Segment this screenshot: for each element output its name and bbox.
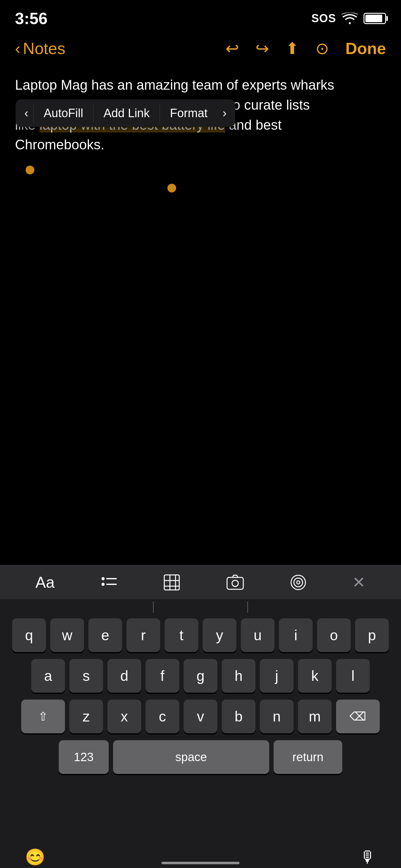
- status-time: 3:56: [15, 9, 47, 28]
- key-w[interactable]: w: [50, 618, 84, 652]
- redo-button[interactable]: ↪: [256, 39, 269, 58]
- context-add-link[interactable]: Add Link: [93, 104, 160, 122]
- keyboard-row-2: a s d f g h j k l: [0, 655, 401, 696]
- key-i[interactable]: i: [279, 618, 312, 652]
- numbers-button[interactable]: 123: [59, 740, 109, 774]
- camera-button[interactable]: [226, 574, 244, 591]
- svg-rect-9: [227, 578, 243, 589]
- svg-point-13: [297, 581, 300, 584]
- key-g[interactable]: g: [183, 659, 218, 693]
- keyboard-row-3: ⇧ z x c v b n m ⌫: [0, 696, 401, 737]
- key-u[interactable]: u: [241, 618, 274, 652]
- svg-point-11: [291, 575, 305, 590]
- nav-actions: ↩ ↪ ⬆ ⊙ Done: [226, 39, 386, 58]
- emoji-button[interactable]: 😊: [25, 848, 45, 867]
- key-b[interactable]: b: [222, 700, 256, 733]
- key-r[interactable]: r: [127, 618, 160, 652]
- selection-handle-right[interactable]: [167, 184, 176, 192]
- home-indicator: [162, 862, 239, 864]
- note-text-line1: Laptop Mag has an amazing team of expert…: [15, 77, 334, 92]
- keyboard: q w e r t y u i o p a s d f g h j k l ⇧ …: [0, 599, 401, 849]
- key-f[interactable]: f: [145, 659, 179, 693]
- key-a[interactable]: a: [31, 659, 65, 693]
- key-s[interactable]: s: [69, 659, 103, 693]
- svg-point-12: [294, 578, 303, 587]
- share-button[interactable]: ⬆: [286, 39, 299, 58]
- return-button[interactable]: return: [274, 740, 342, 774]
- context-next-arrow[interactable]: ›: [218, 106, 232, 120]
- note-area[interactable]: Laptop Mag has an amazing team of expert…: [0, 66, 401, 155]
- back-notes-label: Notes: [23, 39, 65, 58]
- key-y[interactable]: y: [203, 618, 236, 652]
- key-l[interactable]: l: [336, 659, 370, 693]
- svg-rect-4: [164, 575, 179, 590]
- svg-point-2: [101, 583, 105, 586]
- status-right-icons: SOS: [311, 12, 386, 25]
- shift-button[interactable]: ⇧: [21, 700, 65, 733]
- key-m[interactable]: m: [298, 700, 332, 733]
- key-v[interactable]: v: [183, 700, 218, 733]
- key-j[interactable]: j: [260, 659, 294, 693]
- keyboard-toolbar: Aa ✕: [0, 565, 401, 599]
- key-x[interactable]: x: [107, 700, 141, 733]
- format-text-button[interactable]: Aa: [36, 574, 55, 591]
- keyboard-dismiss-button[interactable]: ✕: [352, 574, 365, 591]
- svg-point-0: [101, 577, 105, 580]
- keyboard-row-4: 123 space return: [0, 737, 401, 777]
- table-button[interactable]: [163, 574, 180, 591]
- context-prev-arrow[interactable]: ‹: [20, 106, 33, 120]
- key-t[interactable]: t: [165, 618, 198, 652]
- context-format[interactable]: Format: [160, 104, 218, 122]
- key-q[interactable]: q: [12, 618, 46, 652]
- bottom-bar: 😊 🎙: [0, 849, 401, 868]
- key-k[interactable]: k: [298, 659, 332, 693]
- context-autofill[interactable]: AutoFill: [33, 104, 93, 122]
- key-o[interactable]: o: [317, 618, 351, 652]
- key-n[interactable]: n: [260, 700, 294, 733]
- spacer-line-right: [247, 601, 248, 613]
- key-d[interactable]: d: [107, 659, 141, 693]
- markup-button[interactable]: [290, 574, 306, 591]
- nav-back[interactable]: ‹ Notes: [15, 39, 65, 58]
- sos-label: SOS: [311, 12, 336, 25]
- back-chevron-icon: ‹: [15, 40, 20, 57]
- status-bar: 3:56 SOS: [0, 0, 401, 31]
- key-c[interactable]: c: [145, 700, 179, 733]
- space-button[interactable]: space: [113, 740, 269, 774]
- context-menu: ‹ AutoFill Add Link Format ›: [15, 99, 235, 127]
- selection-handle-left[interactable]: [26, 165, 34, 174]
- delete-button[interactable]: ⌫: [336, 700, 380, 733]
- wifi-icon: [342, 12, 358, 24]
- key-p[interactable]: p: [355, 618, 389, 652]
- keyboard-spacer: [0, 599, 401, 615]
- key-e[interactable]: e: [89, 618, 122, 652]
- battery-icon: [364, 13, 386, 24]
- key-z[interactable]: z: [69, 700, 103, 733]
- list-button[interactable]: [101, 576, 118, 589]
- microphone-button[interactable]: 🎙: [360, 848, 376, 866]
- key-h[interactable]: h: [222, 659, 256, 693]
- undo-button[interactable]: ↩: [226, 39, 239, 58]
- note-text-line4: Chromebooks.: [15, 137, 104, 152]
- done-button[interactable]: Done: [345, 39, 386, 58]
- more-button[interactable]: ⊙: [315, 39, 329, 58]
- keyboard-row-1: q w e r t y u i o p: [0, 615, 401, 655]
- svg-point-10: [232, 580, 238, 587]
- spacer-line-left: [153, 601, 154, 613]
- nav-bar: ‹ Notes ↩ ↪ ⬆ ⊙ Done: [0, 31, 401, 66]
